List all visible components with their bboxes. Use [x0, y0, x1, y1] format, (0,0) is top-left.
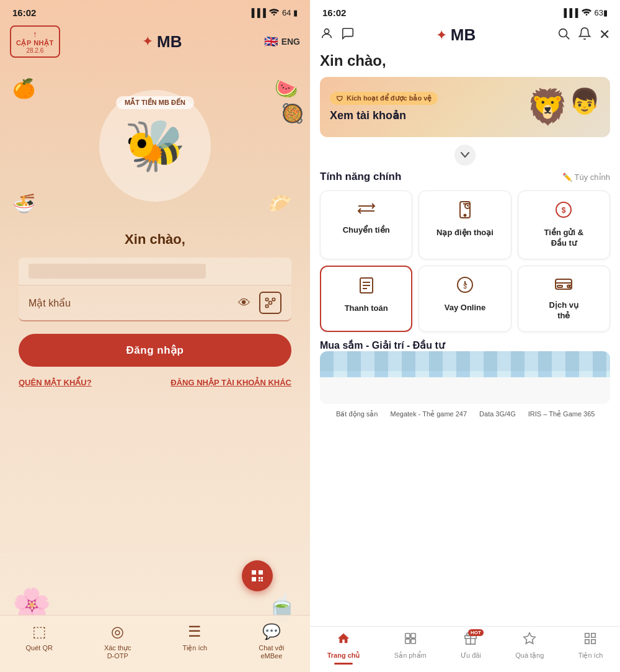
feature-the-label: Dịch vụthẻ: [549, 300, 578, 321]
nav-xac-thuc[interactable]: ◎ Xác thực D-OTP: [104, 623, 131, 660]
features-header: Tính năng chính ✏️ Tùy chỉnh: [320, 171, 610, 183]
svg-text:$: $: [562, 206, 566, 215]
cat-data[interactable]: Data 3G/4G: [473, 408, 522, 421]
feature-nap-dien-thoai[interactable]: Nạp điện thoại: [418, 190, 511, 259]
message-icon[interactable]: [341, 27, 355, 44]
bee-mascot: 🐝: [124, 121, 186, 171]
version-label: 28.2.6: [26, 47, 43, 54]
cat-iris[interactable]: IRIS – Thẻ Game 365: [522, 408, 601, 421]
svg-marker-37: [524, 633, 535, 643]
nav-san-pham[interactable]: Sản phẩm: [394, 632, 427, 660]
right-wifi-icon: [582, 8, 591, 17]
left-panel: 16:02 ▐▐▐ 64 ▮ ↑ CẬP NHẬT 28.2.6 ✦ MB 🇬🇧…: [0, 0, 310, 672]
features-title: Tính năng chính: [320, 171, 401, 183]
login-button[interactable]: Đăng nhập: [19, 334, 291, 367]
feature-tien-gui[interactable]: $ Tiền gửi &Đầu tư: [518, 190, 610, 259]
nav-uu-dai[interactable]: HOT Ưu đãi: [461, 632, 481, 660]
feature-dich-vu-the[interactable]: Dịch vụthẻ: [518, 266, 610, 332]
feature-thanh-toan[interactable]: Thanh toán: [320, 266, 412, 332]
savings-icon: $: [555, 201, 572, 223]
products-icon: [404, 632, 417, 649]
right-top-bar: ✦ MB ✕: [310, 23, 620, 50]
svg-rect-5: [259, 570, 263, 575]
nav-quet-qr[interactable]: ⬚ Quét QR: [26, 623, 53, 660]
shop-banner: [320, 351, 610, 404]
cap-nhat-label: CẬP NHẬT: [16, 39, 54, 47]
nav-chat[interactable]: 💬 Chat với eMBee: [259, 623, 284, 660]
transfer-icon: [357, 201, 376, 220]
nav-trang-chu-label: Trang chủ: [327, 652, 360, 660]
features-grid: Chuyển tiền Nạp điện thoại: [320, 190, 610, 332]
kich-hoat-text: Kích hoạt để được bảo vệ: [347, 94, 432, 102]
close-button[interactable]: ✕: [599, 27, 610, 44]
face-scan-icon[interactable]: [259, 292, 281, 314]
svg-rect-38: [585, 634, 589, 637]
food-bowl: 🥘: [281, 102, 304, 124]
category-tabs: Bất động sản Megatek - Thẻ game 247 Data…: [320, 404, 610, 424]
svg-rect-41: [591, 640, 595, 643]
svg-rect-10: [261, 580, 263, 581]
svg-rect-6: [252, 577, 256, 581]
svg-rect-2: [266, 305, 268, 307]
customize-button[interactable]: ✏️ Tùy chỉnh: [562, 172, 610, 182]
svg-rect-7: [259, 577, 260, 579]
feature-thanh-toan-label: Thanh toán: [345, 303, 388, 314]
bottom-nav-left: ⬚ Quét QR ◎ Xác thực D-OTP ☰ Tiện ích 💬 …: [0, 615, 310, 672]
language-toggle[interactable]: 🇬🇧 ENG: [264, 35, 300, 48]
svg-rect-36: [411, 639, 415, 643]
nav-xac-thuc-label: Xác thực D-OTP: [104, 644, 131, 660]
left-top-bar: ↑ CẬP NHẬT 28.2.6 ✦ MB 🇬🇧 ENG: [0, 23, 310, 65]
active-indicator: [334, 663, 353, 665]
qr-floating-button[interactable]: [242, 560, 273, 591]
cat-bat-dong-san[interactable]: Bất động sản: [330, 408, 384, 421]
banner-area[interactable]: 🛡 Kích hoạt để được bảo vệ Xem tài khoản…: [320, 77, 610, 137]
feature-chuyen-tien[interactable]: Chuyển tiền: [320, 190, 412, 259]
feature-vay-online[interactable]: $ Vay Online: [418, 266, 511, 332]
food-dumpling: 🥟: [268, 192, 291, 214]
loan-icon: $: [456, 276, 474, 298]
upload-arrow-icon: ↑: [33, 29, 37, 39]
forgot-links: QUÊN MẬT KHẨU? ĐĂNG NHẬP TÀI KHOẢN KHÁC: [19, 378, 291, 387]
feature-nap-label: Nạp điện thoại: [436, 228, 494, 238]
svg-rect-9: [259, 580, 260, 581]
search-icon[interactable]: [557, 27, 570, 44]
svg-rect-35: [405, 639, 410, 643]
child-mascot: 👦: [569, 87, 600, 127]
mb-brand-text-right: MB: [451, 25, 476, 45]
food-orange: 🍊: [12, 78, 35, 99]
profile-icon[interactable]: [320, 27, 334, 44]
update-badge[interactable]: ↑ CẬP NHẬT 28.2.6: [10, 25, 60, 58]
eye-icon[interactable]: 👁: [238, 296, 250, 310]
food-watermelon: 🍉: [275, 78, 298, 99]
banner-content: 🛡 Kích hoạt để được bảo vệ Xem tài khoản: [330, 92, 438, 122]
svg-rect-39: [591, 634, 595, 637]
nav-tien-ich[interactable]: ☰ Tiện ích: [183, 623, 208, 660]
circle-bg: MẮT TIỀN MB ĐẾN 🐝: [99, 90, 211, 202]
nav-tien-ich-right-label: Tiện ích: [578, 652, 603, 660]
hot-badge: HOT: [468, 629, 484, 636]
cat-megatek[interactable]: Megatek - Thẻ game 247: [384, 408, 473, 421]
nav-tien-ich-label: Tiện ích: [183, 644, 208, 652]
customize-label: Tùy chỉnh: [575, 172, 610, 182]
svg-point-15: [464, 215, 466, 217]
utility-icon: ☰: [188, 623, 202, 640]
xem-tai-khoan-btn[interactable]: Xem tài khoản: [330, 109, 438, 122]
features-section: Tính năng chính ✏️ Tùy chỉnh Chuyển tiền: [310, 171, 620, 332]
nav-trang-chu[interactable]: Trang chủ: [327, 632, 360, 660]
svg-rect-0: [266, 298, 268, 301]
svg-rect-33: [405, 634, 410, 638]
username-area[interactable]: [19, 258, 291, 285]
nav-quet-qr-label: Quét QR: [26, 644, 53, 652]
gifts-icon: [523, 632, 536, 649]
password-area[interactable]: Mật khẩu 👁: [19, 285, 291, 321]
other-login-link[interactable]: ĐĂNG NHẬP TÀI KHOẢN KHÁC: [170, 378, 291, 387]
chevron-down-button[interactable]: [454, 145, 476, 166]
nav-tien-ich-right[interactable]: Tiện ích: [578, 632, 603, 660]
bell-icon[interactable]: [578, 27, 591, 44]
svg-point-3: [269, 302, 272, 305]
nav-qua-tang[interactable]: Quà tặng: [515, 632, 544, 660]
qr-icon: ⬚: [32, 623, 46, 640]
right-signal-icon: ▐▐▐: [561, 8, 578, 17]
shield-icon: 🛡: [336, 95, 343, 102]
forgot-password-link[interactable]: QUÊN MẬT KHẨU?: [19, 378, 92, 387]
